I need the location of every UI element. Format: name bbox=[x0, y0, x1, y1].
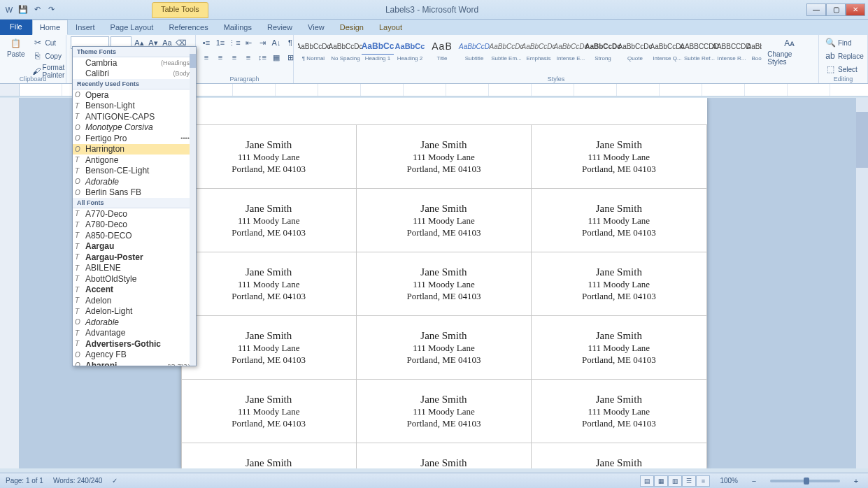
style-item[interactable]: AaBTitle bbox=[427, 36, 457, 63]
undo-icon[interactable]: ↶ bbox=[31, 3, 43, 16]
web-layout-view[interactable]: ▥ bbox=[668, 475, 682, 487]
label-cell[interactable]: Jane Smith111 Moody LanePortland, ME 041… bbox=[532, 189, 706, 252]
styles-gallery[interactable]: AaBbCcDc¶ NormalAaBbCcDcNo SpacingAaBbCc… bbox=[298, 36, 762, 63]
select-button[interactable]: ⬚Select bbox=[823, 63, 865, 76]
full-screen-view[interactable]: ▦ bbox=[654, 475, 668, 487]
zoom-level[interactable]: 100% bbox=[720, 477, 738, 485]
tab-layout[interactable]: Layout bbox=[371, 20, 410, 35]
label-cell[interactable]: Jane Smith111 Moody LanePortland, ME 041… bbox=[356, 443, 531, 469]
scrollbar-thumb[interactable] bbox=[190, 54, 196, 68]
align-right-icon[interactable]: ≡ bbox=[228, 51, 241, 64]
font-dropdown[interactable]: Theme Fonts Cambria(Headings)Calibri(Bod… bbox=[72, 46, 197, 366]
style-item[interactable]: AaBbCcDcIntense E... bbox=[555, 36, 586, 63]
label-cell[interactable]: Jane Smith111 Moody LanePortland, ME 041… bbox=[532, 252, 706, 316]
font-option[interactable]: OMonotype Corsiva bbox=[73, 122, 196, 134]
print-layout-view[interactable]: ▤ bbox=[640, 475, 654, 487]
font-option[interactable]: OAharoniאבגד הוז bbox=[73, 360, 196, 366]
copy-button[interactable]: ⎘Copy bbox=[31, 50, 69, 62]
font-option[interactable]: TAdelon-Light bbox=[73, 306, 196, 317]
find-button[interactable]: 🔍Find bbox=[823, 36, 865, 49]
tab-references[interactable]: References bbox=[161, 20, 215, 35]
font-option[interactable]: OAgency FB bbox=[73, 350, 196, 361]
label-cell[interactable]: Jane Smith111 Moody LanePortland, ME 041… bbox=[532, 380, 706, 443]
page[interactable]: Jane Smith111 Moody LanePortland, ME 041… bbox=[181, 98, 707, 468]
spelling-icon[interactable]: ✓ bbox=[112, 477, 118, 485]
font-option[interactable]: TANTIGONE-CAPS bbox=[73, 111, 196, 122]
outline-view[interactable]: ☰ bbox=[682, 475, 696, 487]
label-cell[interactable]: Jane Smith111 Moody LanePortland, ME 041… bbox=[181, 380, 356, 443]
font-option[interactable]: OBerlin Sans FB bbox=[73, 187, 196, 199]
align-center-icon[interactable]: ≡ bbox=[214, 51, 227, 64]
font-option[interactable]: TBenson-CE-Light bbox=[73, 166, 196, 177]
shading-icon[interactable]: ▦ bbox=[270, 51, 283, 64]
font-option[interactable]: TAdelon bbox=[73, 295, 196, 306]
increase-indent-icon[interactable]: ⇥ bbox=[256, 36, 269, 49]
dropdown-scrollbar[interactable] bbox=[190, 47, 196, 366]
tab-view[interactable]: View bbox=[300, 20, 332, 35]
style-item[interactable]: AaBbCcDcIntense Q... bbox=[652, 36, 683, 63]
align-left-icon[interactable]: ≡ bbox=[200, 51, 213, 64]
label-cell[interactable]: Jane Smith111 Moody LanePortland, ME 041… bbox=[356, 125, 531, 189]
tab-insert[interactable]: Insert bbox=[68, 20, 103, 35]
style-item[interactable]: AaBbCcDcStrong bbox=[588, 36, 618, 63]
replace-button[interactable]: abReplace bbox=[823, 50, 865, 62]
style-item[interactable]: AABBCCDDSubtle Ref... bbox=[684, 36, 715, 63]
close-button[interactable]: ✕ bbox=[846, 3, 865, 16]
style-item[interactable]: AaBbCcDcEmphasis bbox=[523, 36, 554, 63]
font-option[interactable]: Calibri(Body) bbox=[73, 69, 196, 80]
sort-icon[interactable]: A↓ bbox=[270, 36, 283, 49]
tab-home[interactable]: Home bbox=[32, 20, 68, 35]
redo-icon[interactable]: ↷ bbox=[45, 3, 57, 16]
label-cell[interactable]: Jane Smith111 Moody LanePortland, ME 041… bbox=[181, 252, 356, 316]
zoom-slider[interactable] bbox=[770, 480, 840, 482]
draft-view[interactable]: ≡ bbox=[696, 475, 710, 487]
style-item[interactable]: AaBbCcDc¶ Normal bbox=[298, 36, 329, 63]
label-cell[interactable]: Jane Smith111 Moody LanePortland, ME 041… bbox=[532, 125, 706, 189]
tab-mailings[interactable]: Mailings bbox=[216, 20, 259, 35]
style-item[interactable]: AaBbCcDcBook Title bbox=[748, 36, 762, 63]
font-option[interactable]: TAccent bbox=[73, 285, 196, 296]
paste-button[interactable]: 📋 Paste bbox=[4, 36, 28, 59]
decrease-indent-icon[interactable]: ⇤ bbox=[242, 36, 255, 49]
save-icon[interactable]: 💾 bbox=[17, 3, 29, 16]
style-item[interactable]: AaBbCcDcQuote bbox=[620, 36, 650, 63]
font-option[interactable]: OAdorable bbox=[73, 317, 196, 328]
font-option[interactable]: TAntigone bbox=[73, 155, 196, 166]
zoom-thumb[interactable] bbox=[804, 478, 809, 485]
style-item[interactable]: AABBCCDDIntense R... bbox=[716, 36, 747, 63]
font-option[interactable]: TAdvantage bbox=[73, 328, 196, 339]
font-option[interactable]: TAdvertisers-Gothic bbox=[73, 338, 196, 350]
vertical-scrollbar[interactable] bbox=[856, 98, 868, 468]
font-option[interactable]: OHarrington bbox=[73, 144, 196, 155]
label-cell[interactable]: Jane Smith111 Moody LanePortland, ME 041… bbox=[181, 189, 356, 252]
label-cell[interactable]: Jane Smith111 Moody LanePortland, ME 041… bbox=[181, 125, 356, 189]
font-option[interactable]: Cambria(Headings) bbox=[73, 57, 196, 69]
scrollbar-thumb[interactable] bbox=[856, 112, 868, 168]
label-cell[interactable]: Jane Smith111 Moody LanePortland, ME 041… bbox=[356, 252, 531, 316]
label-cell[interactable]: Jane Smith111 Moody LanePortland, ME 041… bbox=[356, 380, 531, 443]
font-option[interactable]: OAdorable bbox=[73, 176, 196, 187]
label-cell[interactable]: Jane Smith111 Moody LanePortland, ME 041… bbox=[356, 316, 531, 380]
cut-button[interactable]: ✂Cut bbox=[31, 36, 69, 49]
status-page[interactable]: Page: 1 of 1 bbox=[6, 477, 43, 485]
label-cell[interactable]: Jane Smith111 Moody LanePortland, ME 041… bbox=[356, 189, 531, 252]
font-option[interactable]: TAargau-Poster bbox=[73, 252, 196, 263]
label-cell[interactable]: Jane Smith111 Moody LanePortland, ME 041… bbox=[181, 443, 356, 469]
zoom-in-icon[interactable]: + bbox=[850, 475, 862, 487]
tab-design[interactable]: Design bbox=[332, 20, 371, 35]
style-item[interactable]: AaBbCcHeading 2 bbox=[394, 36, 425, 63]
font-option[interactable]: TAbottOldStyle bbox=[73, 273, 196, 285]
change-styles-button[interactable]: Aᴀ Change Styles bbox=[764, 36, 814, 67]
font-option[interactable]: TA770-Deco bbox=[73, 208, 196, 220]
vertical-ruler[interactable] bbox=[0, 98, 20, 468]
justify-icon[interactable]: ≡ bbox=[242, 51, 255, 64]
style-item[interactable]: AaBbCcHeading 1 bbox=[362, 36, 393, 63]
minimize-button[interactable]: — bbox=[806, 3, 826, 16]
tab-page-layout[interactable]: Page Layout bbox=[103, 20, 162, 35]
multilevel-icon[interactable]: ⋮≡ bbox=[228, 36, 241, 49]
line-spacing-icon[interactable]: ↕≡ bbox=[256, 51, 269, 64]
font-option[interactable]: OOpera bbox=[73, 89, 196, 101]
label-cell[interactable]: Jane Smith111 Moody LanePortland, ME 041… bbox=[181, 316, 356, 380]
label-cell[interactable]: Jane Smith111 Moody LanePortland, ME 041… bbox=[532, 443, 706, 469]
numbering-icon[interactable]: 1≡ bbox=[214, 36, 227, 49]
